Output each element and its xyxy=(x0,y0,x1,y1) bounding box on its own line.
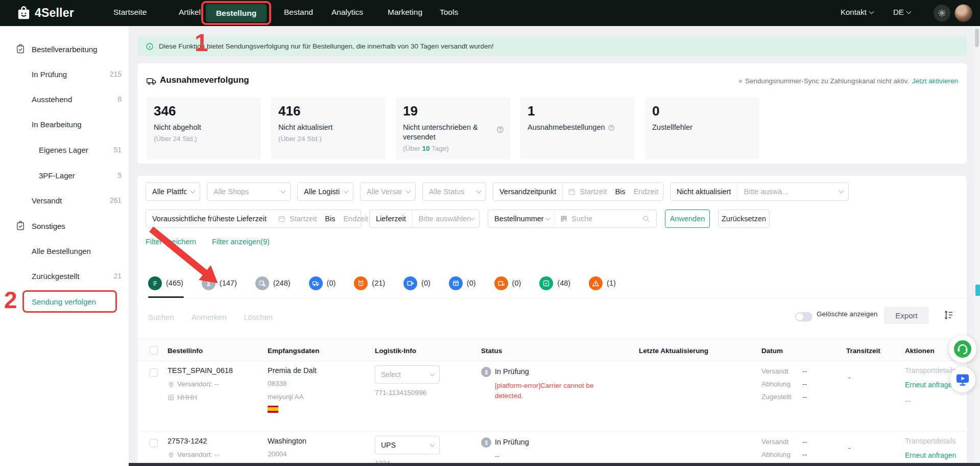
save-filter-link[interactable]: Filter speichern xyxy=(146,238,196,246)
kontakt-menu[interactable]: Kontakt xyxy=(841,8,873,16)
status-tab-2[interactable]: (248) xyxy=(255,276,291,290)
show-filter-link[interactable]: Filter anzeigen(9) xyxy=(212,238,270,246)
filter-select-r1-2[interactable]: Alle Logisti... xyxy=(297,182,353,201)
search-type-select[interactable]: Bestellnummer xyxy=(488,210,555,227)
sidebar-item-zurückgestellt[interactable]: Zurückgestellt21 xyxy=(0,270,129,282)
nav-item-tools[interactable]: Tools xyxy=(440,8,458,17)
bulk-search-action[interactable]: Suchen xyxy=(148,313,174,321)
recipient-line-1: 08338 xyxy=(268,380,287,387)
search-icon[interactable] xyxy=(642,215,650,223)
sidebar-item-label: Versandt xyxy=(32,196,62,205)
box-x-icon xyxy=(494,276,508,290)
bulk-delete-action[interactable]: Löschen xyxy=(244,313,273,321)
filter-labeled-select-r1-6[interactable]: Nicht aktualisiertBitte auswä... xyxy=(670,182,849,201)
sidebar-item-sendung-verfolgen[interactable]: Sendung verfolgen xyxy=(0,295,129,308)
nav-item-bestellung[interactable]: Bestellung xyxy=(206,4,267,22)
sidebar-item-in-bearbeitung[interactable]: In Bearbeitung xyxy=(0,118,129,130)
carrier-select[interactable]: UPS xyxy=(375,436,440,454)
status-tab-0-active[interactable]: (465) xyxy=(148,276,183,290)
store-icon xyxy=(168,394,175,401)
filter-select-r1-3[interactable]: Alle Versan... xyxy=(360,182,416,201)
question-icon[interactable] xyxy=(608,124,615,131)
status-tab-1[interactable]: (147) xyxy=(202,276,237,290)
end-placeholder[interactable]: Endzeit xyxy=(634,188,658,196)
filter-select-r1-0[interactable]: Alle Plattfor... xyxy=(146,182,200,201)
stat-label-text: Zustellfehler xyxy=(652,123,692,132)
stat-card-1: 416Nicht aktualisiert(Über 24 Std.) xyxy=(271,97,386,159)
filter-daterange-r2-0[interactable]: Voraussichtliche früheste LieferzeitStar… xyxy=(146,209,361,228)
order-id[interactable]: 27573-1242 xyxy=(168,437,207,445)
status-tab-8[interactable]: (48) xyxy=(539,276,570,290)
sidebar-item-count: 21 xyxy=(113,272,122,280)
status-tab-4[interactable]: (21) xyxy=(354,276,385,290)
sidebar-item-versandt[interactable]: Versandt261 xyxy=(0,194,129,206)
status-tab-5[interactable]: (0) xyxy=(403,276,431,290)
scrollbar-thumb[interactable] xyxy=(975,29,979,47)
status-tab-7[interactable]: (0) xyxy=(494,276,521,290)
sidebar-item-ausstehend[interactable]: Ausstehend8 xyxy=(0,93,129,105)
language-menu[interactable]: DE xyxy=(893,8,911,16)
action-1[interactable]: Erneut anfragen xyxy=(905,381,956,389)
sidebar-item-eigenes-lager[interactable]: Eigenes Lager51 xyxy=(0,144,129,156)
select-all-checkbox[interactable] xyxy=(150,346,158,355)
nav-item-startseite[interactable]: Startseite xyxy=(113,8,147,17)
export-button[interactable]: Export xyxy=(884,307,929,324)
stat-value: 416 xyxy=(278,103,378,119)
sidebar-item-alle-bestellungen[interactable]: Alle Bestellungen xyxy=(0,245,129,257)
row-checkbox[interactable] xyxy=(150,368,158,377)
reset-button[interactable]: Zurücksetzen xyxy=(718,209,770,228)
bulk-annotate-action[interactable]: Anmerken xyxy=(192,313,226,321)
action-1[interactable]: Erneut anfragen xyxy=(905,451,956,459)
start-placeholder[interactable]: Startzeit xyxy=(580,188,607,196)
tracking-number: 771-1134150996 xyxy=(375,389,426,397)
nav-item-artikel[interactable]: Artikel xyxy=(179,8,201,17)
bullet-dot xyxy=(739,80,742,83)
stat-label: Ausnahmebestellungen xyxy=(528,123,628,132)
row-checkbox[interactable] xyxy=(150,439,158,447)
show-deleted-toggle[interactable] xyxy=(795,312,812,321)
question-icon[interactable] xyxy=(496,126,504,133)
nav-item-analytics[interactable]: Analytics xyxy=(331,8,363,17)
select-value: Alle Plattfor... xyxy=(152,188,186,196)
filter-select-r1-4[interactable]: Alle Status xyxy=(422,182,486,201)
info-banner: Diese Funktion bietet Sendungsverfolgung… xyxy=(137,36,967,56)
order-id[interactable]: TEST_SPAIN_0618 xyxy=(168,366,233,375)
carrier-select[interactable]: Select xyxy=(375,365,440,384)
monitor-play-icon xyxy=(955,372,970,387)
select-value: Alle Status xyxy=(429,188,464,196)
filter-labeled-select-r2-1[interactable]: LieferzeitBitte auswählen xyxy=(369,209,480,228)
column-settings-icon[interactable] xyxy=(943,310,954,320)
stat-label: Nicht aktualisiert xyxy=(278,123,378,132)
scrollbar-track[interactable] xyxy=(974,26,980,466)
sidebar-item-bestellverarbeitung[interactable]: Bestellverarbeitung xyxy=(0,43,129,55)
info-icon xyxy=(146,42,154,51)
sidebar-item-sonstiges[interactable]: Sonstiges xyxy=(0,220,129,232)
nav-item-marketing[interactable]: Marketing xyxy=(388,8,422,17)
apply-button[interactable]: Anwenden xyxy=(665,209,710,228)
filter-daterange-r1-5[interactable]: VersandzeitpunktStartzeitBisEndzeit xyxy=(493,182,663,201)
settings-button[interactable] xyxy=(934,5,950,21)
live-chat-button[interactable] xyxy=(949,335,976,363)
app-logo[interactable]: 4Seller xyxy=(17,6,74,20)
stat-label: Nicht unterschrieben & versendet xyxy=(403,123,503,142)
action-0: Transportdetails xyxy=(905,437,956,445)
status-tab-9[interactable]: (1) xyxy=(589,276,616,290)
nav-item-bestand[interactable]: Bestand xyxy=(284,8,313,17)
tab-count: (0) xyxy=(421,279,431,287)
end-placeholder[interactable]: Endzeit xyxy=(343,215,368,223)
chevron-down-icon xyxy=(281,189,286,194)
filter-select-r1-1[interactable]: Alle Shops xyxy=(207,182,291,201)
sidebar-item-in-prüfung[interactable]: In Prüfung215 xyxy=(0,68,129,80)
search-input[interactable]: Suche xyxy=(571,215,592,223)
sidebar-item-3pf-lager[interactable]: 3PF-Lager5 xyxy=(0,169,129,181)
user-avatar[interactable] xyxy=(954,4,972,22)
list-icon xyxy=(148,276,162,290)
action-2[interactable]: ... xyxy=(905,395,911,403)
status-tab-3[interactable]: (0) xyxy=(309,276,336,290)
start-placeholder[interactable]: Startzeit xyxy=(290,215,317,223)
status-tab-6[interactable]: (0) xyxy=(449,276,476,290)
exception-title: Ausnahmeverfolgung xyxy=(160,75,249,85)
activate-now-link[interactable]: Jetzt aktivieren xyxy=(912,77,958,85)
tutorial-video-button[interactable] xyxy=(950,367,975,392)
clipboard-icon xyxy=(15,221,26,231)
